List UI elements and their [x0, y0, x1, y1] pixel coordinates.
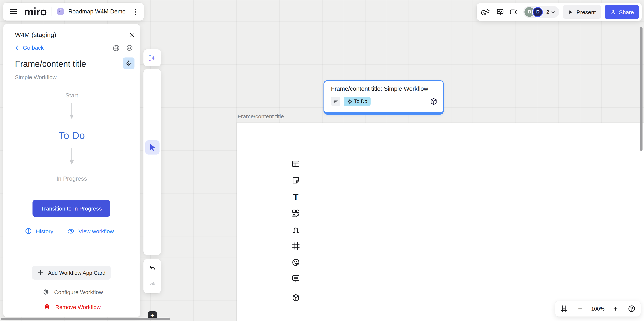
collab-toolbar: D D 2 Present Share [477, 3, 642, 21]
cursor-icon [148, 143, 157, 152]
remove-workflow-button[interactable]: Remove Workflow [44, 304, 101, 310]
history-link[interactable]: History [25, 227, 53, 235]
ai-sparkles-icon [147, 53, 157, 63]
workflow-subtitle: Simple Workflow [15, 74, 56, 80]
comment-pulse-icon [496, 8, 504, 16]
sticker-smiley-icon [291, 258, 300, 267]
workflow-arrow-down-2 [69, 147, 74, 165]
redo-button[interactable] [146, 278, 159, 292]
zoom-in-button[interactable]: + [609, 302, 622, 316]
workflow-step-current: To Do [3, 130, 140, 141]
eye-icon [67, 227, 75, 235]
ai-assist-tool[interactable] [144, 49, 161, 66]
feedback-button[interactable] [124, 43, 135, 53]
pen-tool[interactable] [289, 223, 302, 236]
help-button[interactable] [625, 302, 638, 316]
target-icon [125, 60, 132, 67]
frames-panel-button[interactable] [557, 302, 571, 316]
frame-tool[interactable] [289, 239, 302, 253]
sticker-tool[interactable] [289, 256, 302, 269]
apps-tool[interactable] [289, 291, 302, 305]
board-header: miro Roadmap W4M Demo ⋮ [3, 2, 144, 20]
plus-icon-zoom: + [613, 305, 618, 313]
zoom-level[interactable]: 100% [590, 306, 606, 312]
video-chat-button[interactable] [508, 5, 519, 18]
configure-workflow-label: Configure Workflow [54, 289, 103, 295]
hamburger-icon [9, 7, 18, 16]
view-workflow-label: View workflow [78, 228, 114, 234]
go-back-label: Go back [23, 44, 44, 51]
configure-workflow-button[interactable]: Configure Workflow [42, 289, 103, 296]
chevron-left-icon [14, 45, 20, 50]
main-menu-button[interactable] [7, 5, 20, 18]
zoom-out-button[interactable]: − [574, 302, 587, 316]
redo-icon [148, 281, 156, 289]
status-badge-label: To Do [354, 98, 368, 104]
zoom-controls: − 100% + [555, 301, 641, 317]
undo-icon [148, 264, 156, 273]
app-cube-icon[interactable] [430, 97, 438, 106]
status-badge[interactable]: To Do [344, 97, 371, 106]
shapes-icon [291, 209, 300, 218]
locate-on-board-button[interactable] [123, 57, 134, 69]
pen-icon [291, 225, 300, 234]
plus-icon [37, 270, 44, 276]
collaborators-chip[interactable]: D D 2 [524, 6, 560, 18]
frames-panel-icon [560, 305, 568, 313]
workflow-app-card[interactable]: Frame/content title: Simple Workflow To … [324, 80, 444, 115]
text-tool[interactable]: T [289, 190, 302, 203]
description-icon [333, 98, 338, 104]
go-back-link[interactable]: Go back [14, 44, 44, 51]
creation-toolbar: T [144, 69, 161, 255]
cube-icon [291, 293, 300, 302]
trash-icon [44, 304, 50, 310]
comment-icon [291, 274, 300, 283]
workflow-step-previous: Start [3, 92, 140, 99]
view-workflow-link[interactable]: View workflow [67, 227, 114, 235]
history-label: History [36, 228, 53, 234]
avatar-collaborator-2[interactable]: D [533, 7, 543, 17]
person-icon [610, 9, 616, 15]
miro-logo[interactable]: miro [24, 5, 47, 18]
remove-workflow-label: Remove Workflow [55, 304, 101, 310]
language-button[interactable] [111, 43, 122, 53]
kebab-icon: ⋮ [132, 7, 139, 16]
sticky-note-tool[interactable] [289, 174, 302, 187]
card-description-button[interactable] [331, 97, 340, 106]
add-workflow-app-card-button[interactable]: Add Workflow App Card [32, 266, 110, 280]
present-button[interactable]: Present [563, 5, 601, 19]
templates-tool[interactable] [289, 157, 302, 171]
reactions-button[interactable] [480, 5, 491, 19]
feedback-smiley-icon [126, 44, 134, 52]
frame-icon [291, 242, 300, 251]
select-tool[interactable] [145, 140, 159, 155]
add-workflow-app-card-label: Add Workflow App Card [48, 270, 105, 276]
comments-button[interactable] [495, 5, 505, 18]
panel-title: W4M (staging) [15, 31, 56, 39]
shapes-tool[interactable] [289, 206, 302, 220]
ai-tool-card [144, 49, 161, 66]
board-title[interactable]: Roadmap W4M Demo [68, 8, 126, 15]
frame-title-label[interactable]: Frame/content title [238, 113, 284, 119]
history-toolbar [144, 259, 161, 293]
content-title: Frame/content title [15, 59, 86, 69]
close-icon [129, 32, 135, 38]
templates-icon [291, 159, 300, 168]
undo-button[interactable] [146, 262, 159, 275]
chevron-down-icon [551, 9, 556, 14]
panel-close-button[interactable] [126, 29, 138, 41]
collaborator-count: 2 [546, 9, 549, 15]
horizontal-scrollbar[interactable] [1, 318, 170, 320]
header-divider [52, 7, 52, 16]
share-button[interactable]: Share [605, 5, 639, 19]
transition-button[interactable]: Transition to In Progress [32, 200, 110, 217]
help-icon [628, 305, 636, 313]
board-menu-button[interactable]: ⋮ [130, 6, 141, 17]
vertical-scrollbar[interactable] [640, 27, 642, 151]
present-label: Present [576, 9, 596, 15]
comment-tool[interactable] [289, 272, 302, 285]
board-avatar [56, 7, 65, 16]
sticky-note-icon [291, 176, 300, 185]
video-camera-icon [509, 7, 518, 16]
share-label: Share [619, 9, 634, 15]
